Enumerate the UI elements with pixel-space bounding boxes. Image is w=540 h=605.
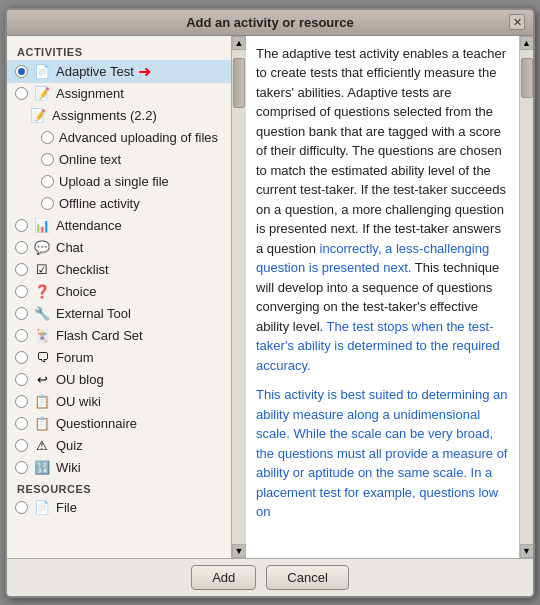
forum-icon: 🗨	[33, 349, 51, 367]
external-tool-label: External Tool	[56, 306, 131, 321]
list-item[interactable]: 🗨 Forum	[7, 347, 231, 369]
ou-blog-icon: ↩	[33, 371, 51, 389]
highlight-2: The test stops when the test-taker's abi…	[256, 319, 500, 373]
radio-questionnaire[interactable]	[15, 417, 28, 430]
dialog: Add an activity or resource ✕ ACTIVITIES…	[5, 8, 535, 598]
questionnaire-icon: 📋	[33, 415, 51, 433]
radio-offline-activity[interactable]	[41, 197, 54, 210]
list-item[interactable]: Offline activity	[7, 193, 231, 215]
list-item[interactable]: 🔢 Wiki	[7, 457, 231, 479]
list-item[interactable]: 💬 Chat	[7, 237, 231, 259]
attendance-icon: 📊	[33, 217, 51, 235]
chat-icon: 💬	[33, 239, 51, 257]
list-item[interactable]: Online text	[7, 149, 231, 171]
list-item[interactable]: 📋 Questionnaire	[7, 413, 231, 435]
checklist-icon: ☑	[33, 261, 51, 279]
radio-choice[interactable]	[15, 285, 28, 298]
dialog-body: ACTIVITIES 📄 Adaptive Test ➜ 📝 Assignmen…	[7, 36, 533, 558]
list-item[interactable]: 📝 Assignment	[7, 83, 231, 105]
radio-quiz[interactable]	[15, 439, 28, 452]
list-item[interactable]: Upload a single file	[7, 171, 231, 193]
radio-attendance[interactable]	[15, 219, 28, 232]
adaptive-test-label: Adaptive Test	[56, 64, 134, 79]
list-item[interactable]: 🔧 External Tool	[7, 303, 231, 325]
description-paragraph-1: The adaptive test activity enables a tea…	[256, 44, 509, 376]
list-item[interactable]: ⚠ Quiz	[7, 435, 231, 457]
list-item[interactable]: 📋 OU wiki	[7, 391, 231, 413]
upload-single-label: Upload a single file	[59, 174, 169, 189]
radio-file[interactable]	[15, 501, 28, 514]
radio-chat[interactable]	[15, 241, 28, 254]
section-resources: RESOURCES	[7, 479, 231, 497]
list-item[interactable]: 📄 File	[7, 497, 231, 519]
radio-adaptive-test[interactable]	[15, 65, 28, 78]
adaptive-test-icon: 📄	[33, 62, 51, 80]
list-item[interactable]: ❓ Choice	[7, 281, 231, 303]
choice-label: Choice	[56, 284, 96, 299]
radio-checklist[interactable]	[15, 263, 28, 276]
radio-upload-single[interactable]	[41, 175, 54, 188]
assignment-icon: 📝	[33, 85, 51, 103]
selection-arrow: ➜	[138, 62, 151, 81]
close-button[interactable]: ✕	[509, 14, 525, 30]
list-item[interactable]: 📝 Assignments (2.2)	[7, 105, 231, 127]
list-item[interactable]: 🃏 Flash Card Set	[7, 325, 231, 347]
left-scrollbar[interactable]: ▲ ▼	[232, 36, 246, 558]
choice-icon: ❓	[33, 283, 51, 301]
list-item[interactable]: 📊 Attendance	[7, 215, 231, 237]
cancel-button[interactable]: Cancel	[266, 565, 348, 590]
advanced-upload-label: Advanced uploading of files	[59, 130, 218, 145]
list-item[interactable]: ☑ Checklist	[7, 259, 231, 281]
radio-advanced-upload[interactable]	[41, 131, 54, 144]
quiz-label: Quiz	[56, 438, 83, 453]
ou-wiki-icon: 📋	[33, 393, 51, 411]
scroll-down-arrow[interactable]: ▼	[232, 544, 246, 558]
file-icon: 📄	[33, 499, 51, 517]
radio-online-text[interactable]	[41, 153, 54, 166]
list-item[interactable]: Advanced uploading of files	[7, 127, 231, 149]
highlight-1: incorrectly, a less-challenging question…	[256, 241, 489, 276]
scroll-track	[232, 50, 246, 544]
section-activities: ACTIVITIES	[7, 42, 231, 60]
checklist-label: Checklist	[56, 262, 109, 277]
offline-activity-label: Offline activity	[59, 196, 140, 211]
attendance-label: Attendance	[56, 218, 122, 233]
file-label: File	[56, 500, 77, 515]
scroll-up-arrow[interactable]: ▲	[232, 36, 246, 50]
description-paragraph-2: This activity is best suited to determin…	[256, 385, 509, 522]
dialog-title: Add an activity or resource	[31, 15, 509, 30]
online-text-label: Online text	[59, 152, 121, 167]
dialog-footer: Add Cancel	[7, 558, 533, 596]
right-scroll-up[interactable]: ▲	[520, 36, 534, 50]
left-panel: ACTIVITIES 📄 Adaptive Test ➜ 📝 Assignmen…	[7, 36, 232, 558]
list-item[interactable]: 📄 Adaptive Test ➜	[7, 60, 231, 83]
highlight-3: This activity is best suited to determin…	[256, 387, 507, 519]
description-panel: The adaptive test activity enables a tea…	[246, 36, 519, 558]
chat-label: Chat	[56, 240, 83, 255]
add-button[interactable]: Add	[191, 565, 256, 590]
wiki-icon: 🔢	[33, 459, 51, 477]
quiz-icon: ⚠	[33, 437, 51, 455]
scroll-thumb[interactable]	[233, 58, 245, 108]
list-item[interactable]: ↩ OU blog	[7, 369, 231, 391]
ou-blog-label: OU blog	[56, 372, 104, 387]
right-scroll-track	[520, 50, 534, 544]
radio-ou-blog[interactable]	[15, 373, 28, 386]
right-scroll-down[interactable]: ▼	[520, 544, 534, 558]
assignments22-label: Assignments (2.2)	[52, 108, 157, 123]
external-tool-icon: 🔧	[33, 305, 51, 323]
right-scrollbar[interactable]: ▲ ▼	[519, 36, 533, 558]
radio-flash-card[interactable]	[15, 329, 28, 342]
radio-assignment[interactable]	[15, 87, 28, 100]
wiki-label: Wiki	[56, 460, 81, 475]
titlebar: Add an activity or resource ✕	[7, 10, 533, 36]
ou-wiki-label: OU wiki	[56, 394, 101, 409]
assignments22-icon: 📝	[29, 107, 47, 125]
forum-label: Forum	[56, 350, 94, 365]
radio-forum[interactable]	[15, 351, 28, 364]
right-scroll-thumb[interactable]	[521, 58, 533, 98]
flash-card-icon: 🃏	[33, 327, 51, 345]
radio-ou-wiki[interactable]	[15, 395, 28, 408]
radio-external-tool[interactable]	[15, 307, 28, 320]
radio-wiki[interactable]	[15, 461, 28, 474]
